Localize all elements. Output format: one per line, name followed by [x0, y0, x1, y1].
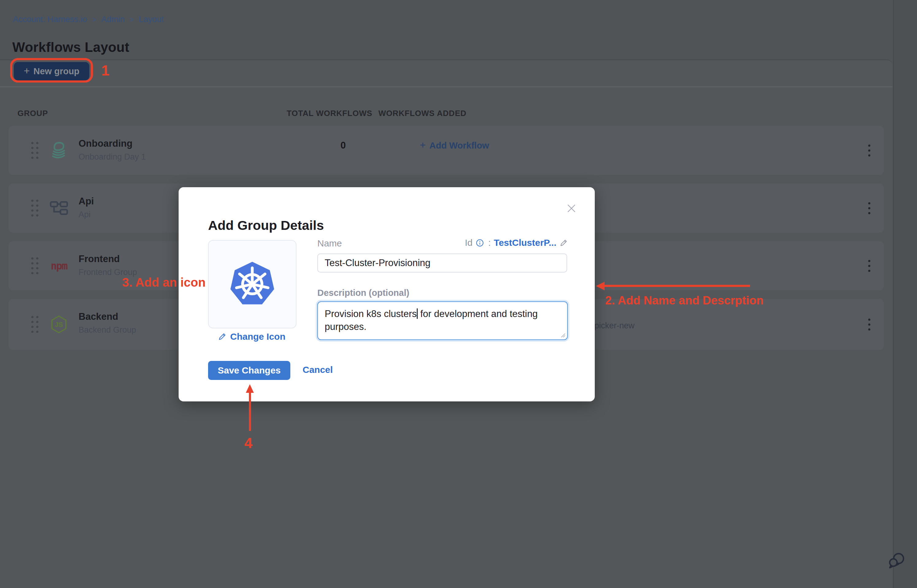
layers-teal-icon: [49, 141, 69, 160]
breadcrumb-separator-icon: >: [92, 15, 96, 24]
right-edge-panel: [893, 0, 917, 588]
entity-id-row: Id : TestClusterP...: [465, 237, 568, 248]
group-icon-preview: [208, 240, 297, 328]
annotation-highlight-box: [10, 58, 93, 82]
pencil-icon: [218, 332, 226, 341]
drag-handle-icon[interactable]: [31, 257, 38, 275]
change-icon-label: Change Icon: [230, 331, 286, 342]
cancel-button[interactable]: Cancel: [303, 365, 333, 375]
annotation-step2-text: 2. Add Name and Descrption: [605, 294, 764, 307]
drag-handle-icon[interactable]: [31, 200, 38, 216]
edit-id-pencil-icon[interactable]: [559, 239, 568, 247]
breadcrumb-separator-icon: >: [130, 15, 134, 24]
annotation-step3-text: 3. Add an icon: [122, 276, 206, 289]
group-subtitle: Api: [79, 210, 90, 220]
add-workflow-label: Add Workflow: [429, 141, 489, 151]
column-header-workflows-added: WORKFLOWS ADDED: [378, 109, 467, 118]
info-icon: [476, 239, 484, 247]
description-textarea[interactable]: Provision k8s clusters for development a…: [317, 301, 568, 340]
column-header-total-workflows: TOTAL WORKFLOWS: [287, 109, 372, 118]
annotation-arrowhead-left-icon: [596, 282, 605, 290]
add-workflow-link[interactable]: + Add Workflow: [420, 140, 489, 151]
row-menu-kebab-icon[interactable]: [862, 141, 876, 160]
annotation-step4-number: 4: [244, 435, 253, 451]
breadcrumb-account-link[interactable]: Account: Harness.io: [13, 15, 87, 24]
nodejs-icon: JS: [49, 315, 69, 334]
description-text: Provision k8s clusters: [325, 309, 417, 319]
group-name: Backend: [79, 311, 118, 322]
id-label: Id: [465, 237, 473, 248]
name-input[interactable]: [317, 254, 567, 273]
total-workflows-value: 0: [328, 140, 358, 151]
id-value-link[interactable]: TestClusterP...: [494, 237, 556, 248]
row-menu-kebab-icon[interactable]: [862, 256, 876, 276]
svg-text:JS: JS: [55, 321, 63, 328]
chat-bubbles-icon[interactable]: [885, 551, 905, 570]
annotation-arrowhead-up-icon: [246, 384, 254, 393]
drag-handle-icon[interactable]: [31, 142, 38, 159]
plus-icon: +: [420, 139, 426, 151]
annotation-step1-number: 1: [101, 62, 110, 79]
group-name: Frontend: [79, 254, 120, 265]
breadcrumb: Account: Harness.io > Admin > Layout: [13, 15, 163, 24]
description-label: Description (optional): [317, 288, 409, 298]
workflow-chip-label: picker-new: [594, 321, 634, 331]
kubernetes-icon: [226, 259, 278, 310]
page-title: Workflows Layout: [12, 40, 129, 55]
group-subtitle: Onboarding Day 1: [79, 152, 146, 162]
breadcrumb-layout-link[interactable]: Layout: [139, 15, 163, 24]
sitemap-icon: [49, 198, 69, 218]
add-group-details-modal: Add Group Details Change Icon: [179, 187, 595, 401]
modal-title: Add Group Details: [208, 218, 324, 233]
column-header-group: GROUP: [18, 109, 48, 118]
drag-handle-icon[interactable]: [31, 316, 38, 333]
group-name: Onboarding: [79, 138, 132, 149]
annotation-arrow-up: [249, 392, 251, 431]
group-name: Api: [79, 196, 94, 207]
id-separator: :: [488, 237, 491, 248]
npm-icon: npm: [49, 256, 69, 276]
table-row: Onboarding Onboarding Day 1 0 + Add Work…: [9, 126, 884, 175]
breadcrumb-admin-link[interactable]: Admin: [101, 15, 125, 24]
change-icon-link[interactable]: Change Icon: [208, 331, 295, 342]
resize-grip-icon[interactable]: [560, 333, 565, 338]
close-icon[interactable]: [565, 202, 578, 215]
group-subtitle: Backend Group: [79, 325, 136, 335]
save-changes-button[interactable]: Save Changes: [208, 361, 290, 380]
name-label: Name: [317, 238, 342, 249]
row-menu-kebab-icon[interactable]: [862, 198, 876, 218]
toolbar: + New group: [0, 60, 893, 87]
row-menu-kebab-icon[interactable]: [862, 315, 876, 334]
annotation-arrow-left: [604, 285, 750, 287]
